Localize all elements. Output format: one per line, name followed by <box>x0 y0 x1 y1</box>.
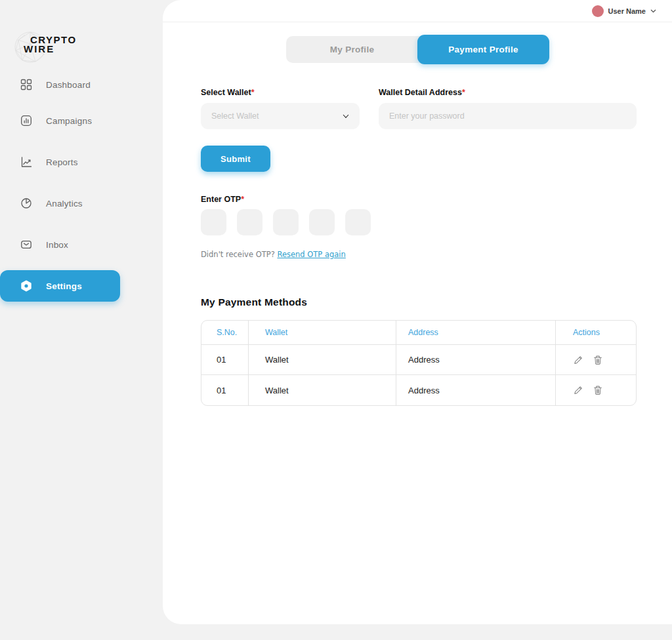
chevron-down-icon[interactable] <box>650 9 656 13</box>
logo-text: CRYPTO WIRE <box>30 35 77 54</box>
otp-help-text: Didn't receive OTP? Resend OTP again <box>201 250 346 259</box>
edit-pencil-icon[interactable] <box>573 355 583 365</box>
otp-input-5[interactable] <box>345 209 371 235</box>
main-content-card: User Name My Profile Payment Profile Sel… <box>163 0 672 624</box>
profile-tabs: My Profile Payment Profile <box>286 36 549 63</box>
column-header-address: Address <box>396 321 556 345</box>
otp-input-4[interactable] <box>309 209 335 235</box>
column-header-wallet: Wallet <box>249 321 396 345</box>
payment-methods-table: S.No. Wallet Address Actions 01 Wallet A… <box>201 320 637 406</box>
required-asterisk: * <box>462 88 465 97</box>
sidebar-item-label: Inbox <box>46 240 68 250</box>
table-cell-address: Address <box>396 345 556 375</box>
sidebar-item-settings[interactable]: Settings <box>0 270 120 302</box>
wallet-detail-address-input[interactable] <box>379 103 637 129</box>
payment-methods-title: My Payment Methods <box>201 296 307 308</box>
sidebar-item-label: Dashboard <box>46 80 91 90</box>
delete-trash-icon[interactable] <box>593 385 603 395</box>
submit-button[interactable]: Submit <box>201 146 270 172</box>
sidebar-item-campaigns[interactable]: Campaigns <box>0 113 131 129</box>
required-asterisk: * <box>241 195 244 204</box>
sidebar: CRYPTO WIRE Dashboard Campaigns <box>0 0 163 640</box>
required-asterisk: * <box>251 88 255 97</box>
sidebar-item-analytics[interactable]: Analytics <box>0 195 131 211</box>
tab-payment-profile[interactable]: Payment Profile <box>417 35 549 64</box>
table-cell-wallet: Wallet <box>249 375 396 405</box>
sidebar-item-label: Campaigns <box>46 116 92 126</box>
enter-otp-label: Enter OTP* <box>201 195 244 204</box>
table-cell-actions <box>556 375 636 405</box>
select-wallet-placeholder: Select Wallet <box>211 111 259 121</box>
column-header-actions: Actions <box>556 321 636 345</box>
resend-otp-link[interactable]: Resend OTP again <box>277 250 345 259</box>
edit-pencil-icon[interactable] <box>573 385 583 395</box>
sidebar-item-label: Analytics <box>46 199 83 209</box>
campaigns-bars-icon <box>20 115 33 127</box>
tab-my-profile[interactable]: My Profile <box>286 36 418 63</box>
otp-input-2[interactable] <box>237 209 262 235</box>
logo-line2: WIRE <box>24 45 77 54</box>
table-cell-wallet: Wallet <box>249 345 396 375</box>
reports-line-chart-icon <box>20 156 33 169</box>
dashboard-grid-icon <box>20 79 33 91</box>
table-cell-address: Address <box>396 375 556 405</box>
otp-input-1[interactable] <box>201 209 226 235</box>
chevron-down-icon <box>343 114 349 119</box>
delete-trash-icon[interactable] <box>593 355 603 365</box>
user-avatar[interactable] <box>592 5 604 17</box>
select-wallet-label: Select Wallet* <box>201 88 255 97</box>
select-wallet-dropdown[interactable]: Select Wallet <box>201 103 360 129</box>
sidebar-item-inbox[interactable]: Inbox <box>0 237 131 252</box>
user-name[interactable]: User Name <box>608 7 646 15</box>
topbar: User Name <box>163 0 672 22</box>
analytics-pie-icon <box>20 197 33 210</box>
settings-gear-icon <box>20 280 33 292</box>
otp-input-3[interactable] <box>273 209 299 235</box>
otp-inputs <box>201 209 371 235</box>
table-cell-sno: 01 <box>201 345 249 375</box>
sidebar-item-reports[interactable]: Reports <box>0 154 131 170</box>
sidebar-item-label: Reports <box>46 157 78 167</box>
wallet-detail-address-label: Wallet Detail Address* <box>379 88 465 97</box>
inbox-envelope-icon <box>20 239 33 251</box>
sidebar-item-label: Settings <box>46 281 82 291</box>
column-header-sno: S.No. <box>201 321 249 345</box>
table-cell-actions <box>556 345 636 375</box>
table-cell-sno: 01 <box>201 375 249 405</box>
sidebar-item-dashboard[interactable]: Dashboard <box>0 77 131 92</box>
crypto-wire-logo: CRYPTO WIRE <box>13 29 85 67</box>
